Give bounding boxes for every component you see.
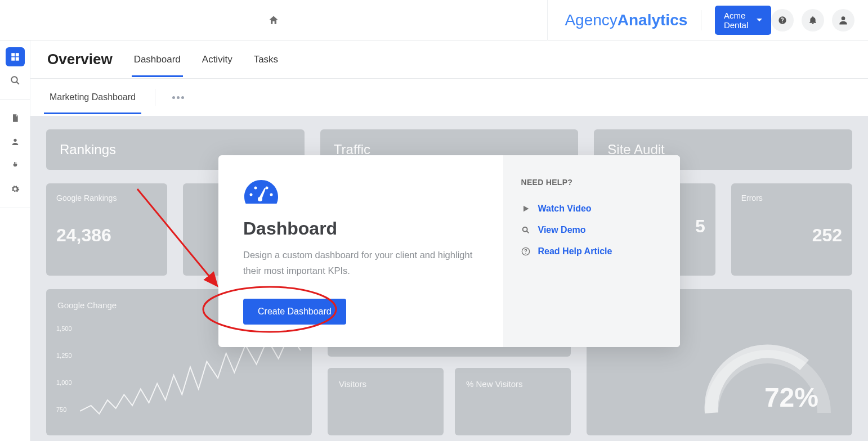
- user-icon: [838, 15, 849, 26]
- question-circle-icon: [521, 247, 530, 256]
- modal-description: Design a custom dashboard for your clien…: [243, 247, 478, 278]
- svg-line-14: [526, 231, 529, 233]
- modal-title: Dashboard: [243, 218, 478, 239]
- search-icon: [521, 226, 530, 235]
- svg-point-10: [266, 187, 269, 190]
- divider: [155, 89, 155, 106]
- grid-icon: [10, 52, 20, 62]
- content-area: Rankings Traffic Site Audit Google Ranki…: [30, 116, 868, 441]
- svg-point-11: [270, 194, 273, 196]
- svg-point-16: [525, 253, 526, 254]
- sidebar: [0, 40, 30, 441]
- tab-dashboard[interactable]: Dashboard: [132, 43, 183, 76]
- sidebar-item-search[interactable]: [6, 71, 25, 90]
- user-icon: [11, 137, 20, 146]
- stat-title: Errors: [741, 194, 842, 202]
- svg-point-7: [14, 139, 16, 142]
- chevron-down-icon: [757, 19, 762, 21]
- gauge-value: 72%: [764, 382, 818, 413]
- stat-card: Visitors: [328, 368, 444, 435]
- client-selector-button[interactable]: Acme Dental: [715, 6, 771, 35]
- sidebar-item-reports[interactable]: [6, 109, 25, 128]
- stat-value: 24,386: [56, 225, 157, 246]
- more-options-button[interactable]: [172, 96, 184, 99]
- create-dashboard-button[interactable]: Create Dashboard: [243, 299, 346, 325]
- notifications-button[interactable]: [802, 9, 824, 32]
- help-section-title: NEED HELP?: [521, 178, 663, 187]
- create-dashboard-modal: Dashboard Design a custom dashboard for …: [218, 155, 680, 347]
- sidebar-item-dashboard[interactable]: [6, 47, 25, 66]
- stat-title: Google Rankings: [56, 194, 157, 202]
- question-icon: [778, 16, 787, 25]
- client-selector-label: Acme Dental: [724, 11, 750, 30]
- svg-point-9: [254, 187, 257, 190]
- stat-card: Google Rankings 24,386: [46, 183, 167, 276]
- svg-line-6: [16, 82, 19, 84]
- brand-part2: Analytics: [618, 11, 688, 29]
- main-area: Overview Dashboard Activity Tasks Market…: [30, 40, 868, 441]
- plug-icon: [11, 161, 20, 170]
- help-link-read-article[interactable]: Read Help Article: [521, 241, 663, 262]
- tertiary-nav: Marketing Dashboard: [30, 79, 868, 116]
- page-title: Overview: [47, 51, 113, 68]
- home-icon: [268, 15, 279, 26]
- stat-card: % New Visitors: [455, 368, 571, 435]
- gauge-arc: [695, 317, 841, 430]
- top-bar: AgencyAnalytics Acme Dental: [0, 0, 868, 40]
- profile-button[interactable]: [832, 9, 854, 32]
- search-icon: [10, 75, 20, 86]
- sidebar-item-settings[interactable]: [6, 179, 25, 199]
- divider: [701, 10, 701, 30]
- document-icon: [11, 114, 20, 123]
- help-link-watch-video[interactable]: Watch Video: [521, 198, 663, 219]
- help-button[interactable]: [771, 9, 794, 32]
- sidebar-item-integrations[interactable]: [6, 156, 25, 175]
- secondary-nav: Overview Dashboard Activity Tasks: [30, 40, 868, 79]
- brand-logo[interactable]: AgencyAnalytics: [548, 11, 687, 29]
- svg-rect-2: [15, 53, 19, 56]
- bell-icon: [808, 16, 817, 25]
- chart-y-axis: 1,500 1,250 1,000 750: [56, 325, 72, 413]
- stat-card: Errors 252: [731, 183, 852, 276]
- top-actions: [771, 9, 868, 32]
- subtab-marketing-dashboard[interactable]: Marketing Dashboard: [47, 81, 138, 114]
- svg-rect-3: [11, 57, 15, 61]
- dashboard-gauge-icon: [243, 178, 279, 206]
- svg-point-12: [258, 197, 262, 201]
- svg-rect-1: [11, 53, 15, 56]
- brand-part1: Agency: [565, 11, 617, 29]
- gear-icon: [11, 184, 20, 194]
- tab-activity[interactable]: Activity: [200, 43, 235, 76]
- tab-tasks[interactable]: Tasks: [252, 43, 280, 76]
- stat-value: 252: [741, 225, 842, 246]
- svg-point-0: [842, 16, 845, 20]
- home-button[interactable]: [0, 0, 548, 40]
- play-icon: [521, 204, 530, 213]
- help-link-view-demo[interactable]: View Demo: [521, 219, 663, 241]
- svg-point-5: [11, 76, 17, 83]
- svg-point-8: [250, 194, 253, 196]
- svg-rect-4: [15, 57, 19, 61]
- sidebar-item-users[interactable]: [6, 132, 25, 151]
